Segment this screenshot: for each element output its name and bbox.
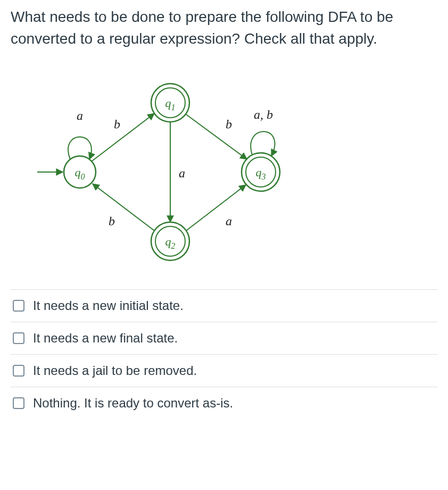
question-text: What needs to be done to prepare the fol… [11,6,437,50]
state-q3-label: q3 [256,166,266,181]
dfa-diagram: q0 q1 q2 q3 a a, b [27,66,303,273]
option-checkbox-2[interactable] [13,332,24,344]
state-q0-label: q0 [75,166,85,181]
option-row[interactable]: It needs a new final state. [11,322,437,355]
edge-q1-q3-label: b [226,117,232,131]
edge-q0-q1 [92,113,154,161]
option-label[interactable]: It needs a new initial state. [33,298,184,313]
edge-q2-q0 [93,184,154,231]
option-row[interactable]: It needs a new initial state. [11,290,437,322]
dfa-diagram-wrap: q0 q1 q2 q3 a a, b [11,60,437,289]
edge-q2-q3 [186,185,246,231]
state-q2-label: q2 [165,235,176,250]
option-row[interactable]: It needs a jail to be removed. [11,355,437,387]
option-row[interactable]: Nothing. It is ready to convert as-is. [11,387,437,419]
quiz-container: What needs to be done to prepare the fol… [0,0,448,430]
options-list: It needs a new initial state. It needs a… [11,289,437,419]
state-q1-label: q1 [165,96,176,112]
option-checkbox-3[interactable] [13,365,24,377]
option-checkbox-1[interactable] [13,300,24,312]
edge-q2-q3-label: a [226,214,232,228]
option-checkbox-4[interactable] [13,397,24,409]
option-label[interactable]: It needs a new final state. [33,331,178,346]
edge-q3-loop-label: a, b [254,108,273,121]
option-label[interactable]: It needs a jail to be removed. [33,363,197,378]
option-label[interactable]: Nothing. It is ready to convert as-is. [33,396,233,411]
edge-q1-q3 [186,115,247,159]
edge-q0-q1-label: b [114,117,120,131]
edge-q1-q2-label: a [179,166,185,180]
edge-q2-q0-label: b [109,214,115,228]
edge-q0-loop-label: a [77,109,83,123]
